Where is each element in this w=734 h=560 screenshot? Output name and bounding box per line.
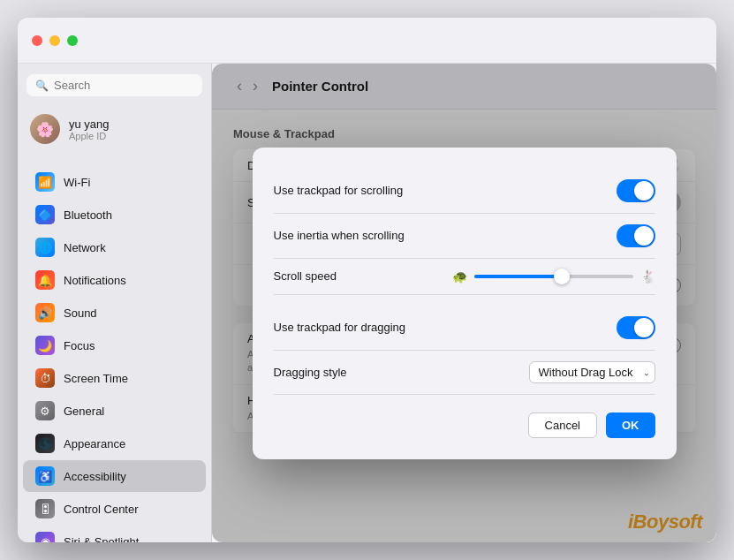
scroll-track[interactable]: [474, 275, 633, 278]
main-content: ‹ › Pointer Control Mouse & Trackpad Dou…: [212, 64, 716, 542]
sidebar-item-label: Notifications: [64, 274, 126, 287]
dragging-style-select[interactable]: Without Drag Lock With Drag Lock Three F…: [529, 361, 655, 383]
sidebar-item-label: Focus: [64, 339, 95, 352]
avatar: 🌸: [30, 114, 60, 144]
user-item[interactable]: 🌸 yu yang Apple ID: [18, 107, 211, 151]
slow-scroll-icon: 🐢: [452, 269, 467, 284]
sidebar-item-label: Network: [64, 241, 106, 254]
maximize-button[interactable]: [67, 35, 78, 46]
sidebar-item-focus[interactable]: 🌙 Focus: [23, 329, 206, 361]
scroll-speed-row: Scroll speed 🐢 🐇: [274, 259, 655, 295]
sidebar: 🔍 🌸 yu yang Apple ID 📶 Wi-Fi 🔷 Blueto: [18, 64, 212, 542]
sidebar-item-appearance[interactable]: 🌑 Appearance: [23, 428, 206, 459]
use-trackpad-dragging-toggle[interactable]: [617, 316, 655, 339]
general-icon: ⚙: [35, 401, 55, 420]
traffic-lights: [32, 35, 78, 46]
use-trackpad-scrolling-label: Use trackpad for scrolling: [274, 184, 404, 197]
sidebar-item-control[interactable]: 🎛 Control Center: [23, 493, 206, 525]
search-input[interactable]: [54, 79, 193, 92]
dialog-buttons: Cancel OK: [274, 412, 655, 438]
wifi-icon: 📶: [35, 172, 55, 192]
use-trackpad-scrolling-row: Use trackpad for scrolling: [274, 169, 655, 214]
sidebar-item-notifications[interactable]: 🔔 Notifications: [23, 264, 206, 296]
dragging-style-select-wrapper[interactable]: Without Drag Lock With Drag Lock Three F…: [529, 361, 655, 383]
ok-button[interactable]: OK: [606, 412, 655, 438]
use-inertia-label: Use inertia when scrolling: [274, 229, 405, 242]
sidebar-item-bluetooth[interactable]: 🔷 Bluetooth: [23, 199, 206, 231]
use-trackpad-dragging-label: Use trackpad for dragging: [274, 321, 406, 334]
titlebar: [18, 18, 716, 64]
toggle-knob: [634, 226, 654, 246]
dragging-style-label: Dragging style: [274, 366, 347, 379]
toggle-knob: [634, 318, 654, 337]
focus-icon: 🌙: [35, 336, 55, 355]
sound-icon: 🔊: [35, 303, 55, 322]
appearance-icon: 🌑: [35, 434, 55, 453]
use-inertia-row: Use inertia when scrolling: [274, 214, 655, 259]
scroll-thumb[interactable]: [554, 269, 570, 284]
search-box[interactable]: 🔍: [26, 74, 202, 96]
sidebar-item-network[interactable]: 🌐 Network: [23, 231, 206, 263]
user-subtitle: Apple ID: [69, 131, 110, 141]
sidebar-item-screentime[interactable]: ⏱ Screen Time: [23, 362, 206, 394]
dragging-style-row: Dragging style Without Drag Lock With Dr…: [274, 351, 655, 395]
sidebar-item-siri[interactable]: ◉ Siri & Spotlight: [23, 526, 206, 542]
sidebar-item-label: General: [64, 405, 104, 418]
main-window: 🔍 🌸 yu yang Apple ID 📶 Wi-Fi 🔷 Blueto: [18, 18, 716, 542]
scroll-slider[interactable]: 🐢 🐇: [452, 269, 655, 284]
bluetooth-icon: 🔷: [35, 205, 55, 224]
toggle-knob: [634, 181, 654, 201]
use-inertia-toggle[interactable]: [617, 224, 655, 247]
notifications-icon: 🔔: [35, 270, 55, 290]
search-icon: 🔍: [35, 79, 49, 92]
sidebar-item-sound[interactable]: 🔊 Sound: [23, 297, 206, 329]
accessibility-icon: ♿: [35, 466, 55, 486]
control-icon: 🎛: [35, 499, 55, 518]
use-trackpad-scrolling-toggle[interactable]: [617, 179, 655, 202]
content-area: 🔍 🌸 yu yang Apple ID 📶 Wi-Fi 🔷 Blueto: [18, 64, 716, 542]
sidebar-item-accessibility[interactable]: ♿ Accessibility: [23, 460, 206, 492]
sidebar-item-label: Control Center: [64, 503, 139, 516]
sidebar-item-label: Wi-Fi: [64, 176, 90, 189]
user-name: yu yang: [69, 117, 110, 131]
dialog-overlay: Use trackpad for scrolling Use inertia w…: [212, 64, 716, 542]
dialog: Use trackpad for scrolling Use inertia w…: [253, 148, 677, 459]
sidebar-section: 📶 Wi-Fi 🔷 Bluetooth 🌐 Network 🔔 Notifica…: [18, 165, 211, 542]
sidebar-item-label: Siri & Spotlight: [64, 535, 139, 543]
cancel-button[interactable]: Cancel: [528, 412, 597, 438]
minimize-button[interactable]: [49, 35, 60, 46]
sidebar-item-wifi[interactable]: 📶 Wi-Fi: [23, 166, 206, 198]
sidebar-item-label: Bluetooth: [64, 208, 112, 222]
user-info: yu yang Apple ID: [69, 117, 110, 141]
scroll-fill: [474, 275, 562, 278]
sidebar-item-label: Appearance: [64, 437, 125, 450]
siri-icon: ◉: [35, 532, 55, 542]
fast-scroll-icon: 🐇: [640, 269, 655, 284]
sidebar-item-label: Accessibility: [64, 470, 126, 483]
network-icon: 🌐: [35, 238, 55, 257]
close-button[interactable]: [32, 35, 42, 46]
scroll-speed-label: Scroll speed: [274, 269, 337, 283]
screentime-icon: ⏱: [35, 368, 55, 388]
use-trackpad-dragging-row: Use trackpad for dragging: [274, 306, 655, 351]
sidebar-item-label: Screen Time: [64, 372, 128, 385]
sidebar-item-label: Sound: [64, 306, 97, 320]
section-gap: [274, 295, 655, 306]
sidebar-item-general[interactable]: ⚙ General: [23, 395, 206, 427]
